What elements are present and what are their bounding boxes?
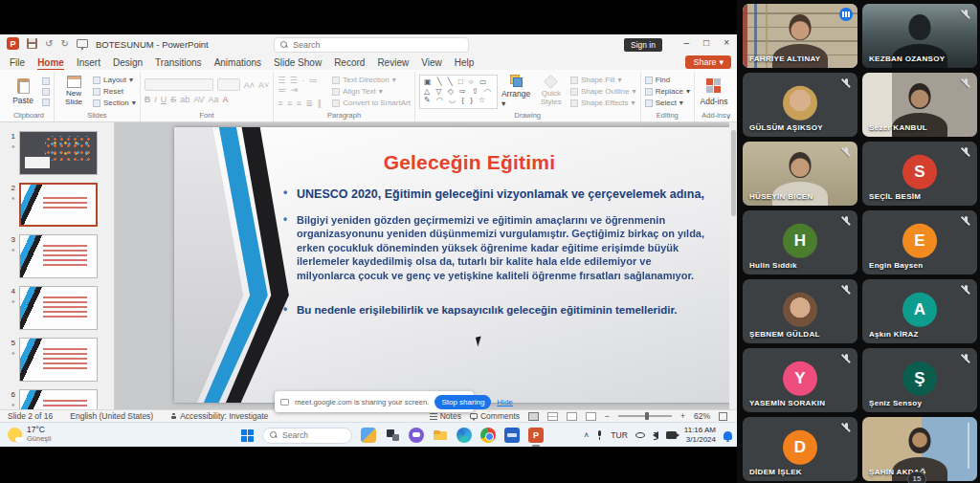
participant-tile[interactable]: Sezer KANBUL	[862, 73, 977, 137]
font-name-box[interactable]	[145, 78, 213, 91]
ribbon-search-box[interactable]	[274, 37, 469, 53]
participant-tile[interactable]: Ş Şeniz Sensoy	[862, 348, 977, 412]
share-button[interactable]: Share ▾	[685, 55, 731, 69]
chrome-browser-icon[interactable]	[480, 428, 496, 443]
thumbnail-preview[interactable]	[19, 338, 98, 382]
fit-slide-button[interactable]	[719, 412, 727, 421]
grow-font-icon[interactable]: A˄	[244, 80, 255, 90]
privacy-eye-icon[interactable]	[635, 432, 645, 438]
slide-thumbnail-panel[interactable]: 1 2 3 4 5	[0, 122, 115, 409]
arrange-button[interactable]: Arrange ▾	[501, 73, 532, 110]
weather-widget[interactable]: 17°C Güneşli	[8, 426, 51, 443]
strikethrough-button[interactable]: S	[170, 95, 176, 104]
start-button[interactable]	[241, 429, 254, 442]
tab-transitions[interactable]: Transitions	[155, 57, 202, 68]
text-direction-button[interactable]: Text Direction ▾	[332, 76, 411, 84]
edge-browser-icon[interactable]	[457, 428, 472, 443]
select-button[interactable]: Select ▾	[645, 99, 690, 107]
shape-fill-button[interactable]: Shape Fill ▾	[570, 76, 636, 84]
volume-icon[interactable]	[653, 431, 658, 439]
tab-animations[interactable]: Animations	[214, 57, 261, 68]
save-icon[interactable]	[27, 38, 37, 49]
slide-thumbnail-5[interactable]: 5	[4, 338, 114, 382]
zoom-slider[interactable]	[618, 415, 672, 417]
shapes-gallery[interactable]: ▣ ╲ ╲ □ ○ ▭ △ ▽ ◇ ⇨ ⇧ ◠ ✎ ◠ ◡ { } ☆	[419, 75, 498, 109]
participant-tile[interactable]: H Hulin Sıddık	[743, 210, 858, 274]
close-button[interactable]: ×	[724, 37, 729, 48]
thumbnail-preview[interactable]	[19, 131, 98, 175]
participant-tile[interactable]: Y YASEMİN SORAKIN	[743, 348, 858, 412]
tab-review[interactable]: Review	[377, 57, 409, 68]
zoom-in-button[interactable]: +	[680, 411, 685, 421]
language-indicator[interactable]: English (United States)	[70, 411, 153, 421]
shape-effects-button[interactable]: Shape Effects ▾	[570, 99, 636, 107]
slide-sorter-view-button[interactable]	[547, 412, 558, 421]
slideshow-view-button[interactable]	[586, 412, 596, 421]
tab-home[interactable]: Home	[37, 57, 64, 68]
sign-in-button[interactable]: Sign in	[624, 38, 662, 52]
participant-tile[interactable]: S SEÇİL BESİM	[862, 142, 977, 206]
shrink-font-icon[interactable]: A˅	[258, 80, 269, 90]
participant-tile[interactable]: HÜSEYİN BİCEN	[743, 142, 858, 206]
tab-design[interactable]: Design	[113, 57, 143, 68]
quick-styles-button[interactable]: Quick Styles	[536, 73, 567, 110]
search-input[interactable]	[293, 40, 436, 50]
widgets-icon[interactable]	[361, 428, 376, 443]
tray-mic-icon[interactable]	[596, 430, 603, 440]
powerpoint-taskbar-icon[interactable]: P	[528, 428, 544, 443]
tab-record[interactable]: Record	[334, 57, 365, 68]
slide-thumbnail-1[interactable]: 1	[4, 131, 114, 175]
shape-outline-button[interactable]: Shape Outline ▾	[570, 87, 636, 96]
copy-button[interactable]	[42, 88, 50, 96]
format-painter-button[interactable]	[42, 99, 50, 106]
maximize-button[interactable]: □	[703, 37, 709, 48]
present-icon[interactable]	[77, 39, 88, 48]
thumbnail-preview[interactable]	[19, 389, 98, 409]
participant-tile[interactable]: E Engin Baysen	[862, 210, 977, 274]
undo-icon[interactable]: ↺	[45, 37, 53, 50]
tab-insert[interactable]: Insert	[77, 57, 100, 68]
underline-button[interactable]: U	[161, 95, 167, 104]
layout-button[interactable]: Layout ▾	[93, 76, 136, 84]
comments-button[interactable]: Comments	[470, 411, 520, 421]
slide-thumbnail-3[interactable]: 3	[4, 234, 114, 278]
thumbnail-preview[interactable]	[19, 286, 98, 330]
tab-slide-show[interactable]: Slide Show	[274, 57, 322, 68]
notes-button[interactable]: Notes	[430, 411, 461, 421]
app-icon[interactable]	[504, 428, 520, 443]
participant-tile[interactable]: FAHRIYE ALTINAY	[743, 4, 858, 68]
bold-button[interactable]: B	[145, 95, 151, 104]
normal-view-button[interactable]	[528, 412, 539, 421]
minimize-button[interactable]: –	[684, 37, 690, 48]
chat-app-icon[interactable]	[409, 428, 424, 443]
change-case-button[interactable]: Aa	[209, 95, 219, 104]
participant-tile[interactable]: ŞEBNEM GÜLDAL	[743, 279, 858, 343]
paste-button[interactable]: Paste	[8, 73, 38, 110]
thumbnail-preview[interactable]	[19, 183, 98, 227]
list-buttons[interactable]: ☰ ☰ · ≔ ≕ ⇥	[278, 76, 324, 95]
participant-tile[interactable]: D DİDEM İŞLEK	[743, 417, 858, 481]
notification-bell-icon[interactable]	[724, 431, 732, 440]
slide-thumbnail-2-selected[interactable]: 2	[4, 183, 114, 227]
new-slide-button[interactable]: New Slide	[58, 73, 89, 110]
slide-title[interactable]: Geleceğin Eğitimi	[241, 151, 698, 174]
redo-icon[interactable]: ↻	[60, 37, 68, 50]
clock[interactable]: 11:16 AM 3/1/2024	[684, 426, 716, 444]
italic-button[interactable]: I	[154, 95, 157, 104]
reset-button[interactable]: Reset	[93, 87, 136, 96]
align-text-button[interactable]: Align Text ▾	[332, 87, 411, 96]
stop-sharing-button[interactable]: Stop sharing	[434, 395, 491, 409]
section-button[interactable]: Section ▾	[93, 99, 136, 107]
font-size-box[interactable]	[217, 78, 240, 91]
more-participants-badge[interactable]: 15	[907, 472, 926, 483]
replace-button[interactable]: Replace ▾	[645, 87, 690, 96]
hidden-icons-chevron[interactable]: ˄	[584, 430, 589, 440]
participant-tile[interactable]: GÜLSÜM AŞIKSOY	[743, 73, 858, 137]
slide-body-text[interactable]: UNESCO 2020, Eğitimin geleceğini vizyonl…	[297, 187, 710, 328]
reading-view-button[interactable]	[567, 412, 577, 421]
file-explorer-icon[interactable]	[433, 428, 448, 443]
thumbnail-preview[interactable]	[19, 234, 98, 278]
task-view-icon[interactable]	[385, 428, 400, 443]
participant-tile[interactable]: KEZBAN OZANSOY	[862, 4, 977, 68]
convert-smartart-button[interactable]: Convert to SmartArt	[332, 99, 411, 107]
